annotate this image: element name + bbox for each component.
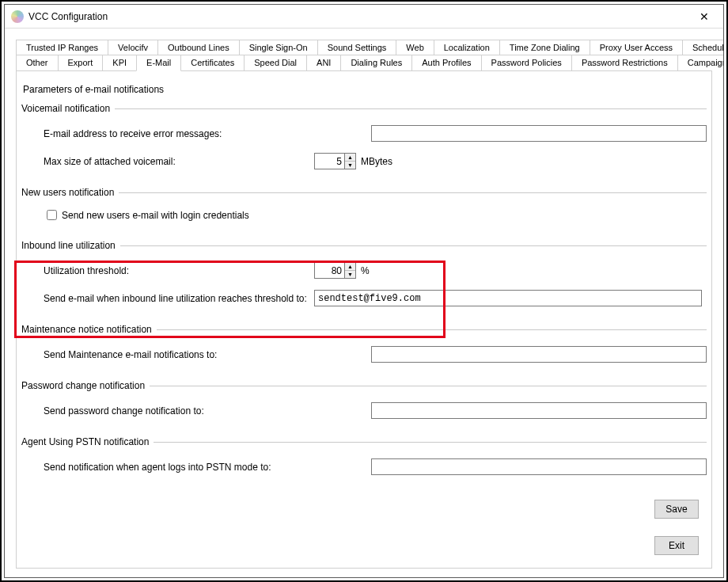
unit-voicemail-size: MBytes [361,156,392,167]
group-maintenance: Maintenance notice notification Send Mai… [21,324,707,372]
legend-voicemail: Voicemail notification [21,103,115,114]
save-button[interactable]: Save [654,500,699,519]
tab-single-sign-on[interactable]: Single Sign-On [239,40,318,55]
page-heading: Parameters of e-mail notifications [23,84,707,95]
input-maintenance[interactable] [371,346,707,363]
tab-trusted-ip-ranges[interactable]: Trusted IP Ranges [16,40,108,55]
input-inbound-email[interactable] [314,290,702,306]
tab-ani[interactable]: ANI [306,55,341,70]
tab-web[interactable]: Web [396,40,434,55]
tab-other[interactable]: Other [16,55,59,70]
tab-proxy-user-access[interactable]: Proxy User Access [590,40,683,55]
legend-inbound: Inbound line utilization [21,240,120,251]
tab-e-mail[interactable]: E-Mail [136,55,181,71]
label-voicemail-size: Max size of attached voicemail: [21,156,314,167]
label-voicemail-address: E-mail address to receive error messages… [21,128,314,139]
tabstrip: Trusted IP RangesVelocifvOutbound LinesS… [16,40,712,70]
label-maintenance: Send Maintenance e-mail notifications to… [21,349,314,360]
spinner-up-icon[interactable]: ▲ [345,154,355,162]
tab-speed-dial[interactable]: Speed Dial [244,55,307,70]
spinner-down-icon[interactable]: ▼ [345,271,355,278]
group-newusers: New users notification Send new users e-… [21,187,707,232]
tab-schedules[interactable]: Schedules [682,40,723,55]
input-password[interactable] [371,402,707,419]
app-icon [11,10,24,23]
group-inbound: Inbound line utilization Utilization thr… [21,240,707,316]
exit-button[interactable]: Exit [654,536,699,555]
window-title: VCC Configuration [28,11,108,22]
label-password: Send password change notification to: [21,405,314,417]
tab-velocifv[interactable]: Velocifv [108,40,158,55]
spinner-up-icon[interactable]: ▲ [345,263,355,271]
tab-sound-settings[interactable]: Sound Settings [317,40,397,55]
legend-newusers: New users notification [21,187,119,198]
unit-inbound-threshold: % [361,265,370,276]
tab-export[interactable]: Export [58,55,104,70]
spinner-down-icon[interactable]: ▼ [345,162,355,169]
titlebar: VCC Configuration ✕ [5,5,723,29]
label-newusers-send: Send new users e-mail with login credent… [62,210,249,221]
tab-panel-email: Parameters of e-mail notifications Voice… [16,70,712,569]
group-pstn: Agent Using PSTN notification Send notif… [21,436,707,485]
close-icon[interactable]: ✕ [687,6,722,28]
input-pstn[interactable] [371,458,707,475]
spinner-voicemail-size[interactable]: ▲ ▼ [314,153,356,169]
tab-kpi[interactable]: KPI [102,55,137,70]
tab-certificates[interactable]: Certificates [180,55,245,70]
spinner-inbound-threshold[interactable]: ▲ ▼ [314,262,356,279]
group-voicemail: Voicemail notification E-mail address to… [21,103,707,179]
tab-outbound-lines[interactable]: Outbound Lines [157,40,240,55]
label-inbound-email: Send e-mail when inbound line utilizatio… [21,293,314,304]
label-inbound-threshold: Utilization threshold: [21,265,314,276]
legend-maintenance: Maintenance notice notification [21,324,157,335]
input-voicemail-size[interactable] [314,153,344,169]
group-password: Password change notification Send passwo… [21,380,707,428]
legend-password: Password change notification [21,380,150,391]
tab-auth-profiles[interactable]: Auth Profiles [411,55,481,70]
input-inbound-threshold[interactable] [314,262,344,279]
checkbox-newusers-send[interactable] [47,210,57,220]
tab-password-policies[interactable]: Password Policies [481,55,572,70]
tab-dialing-rules[interactable]: Dialing Rules [340,55,412,70]
tab-localization[interactable]: Localization [434,40,500,55]
label-pstn: Send notification when agent logs into P… [21,462,314,473]
tab-password-restrictions[interactable]: Password Restrictions [571,55,678,70]
tab-campaigns[interactable]: Campaigns [677,55,723,70]
input-voicemail-address[interactable] [371,125,707,142]
tab-time-zone-dialing[interactable]: Time Zone Dialing [499,40,590,55]
legend-pstn: Agent Using PSTN notification [21,436,154,447]
